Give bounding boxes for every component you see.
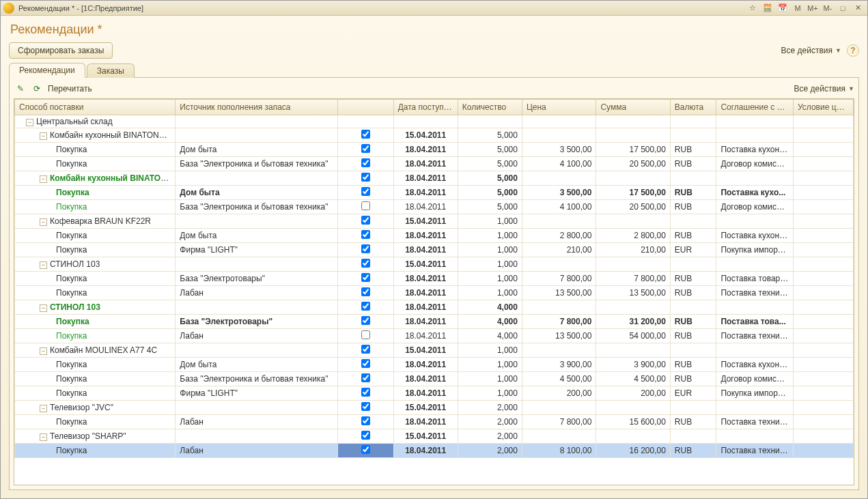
check-cell xyxy=(337,272,393,286)
table-row[interactable]: ПокупкаБаза "Электроника и бытовая техни… xyxy=(15,200,854,214)
row-checkbox[interactable] xyxy=(361,144,370,153)
table-row[interactable]: ПокупкаЛабан18.04.20112,0007 800,0015 60… xyxy=(15,415,854,429)
row-checkbox[interactable] xyxy=(361,431,370,440)
check-cell xyxy=(337,372,393,386)
table-row[interactable]: −Кофеварка BRAUN KF22R15.04.20111,000 xyxy=(15,214,854,229)
tree-collapse-icon[interactable]: − xyxy=(40,132,47,140)
grid[interactable]: Способ поставки Источник пополнения запа… xyxy=(14,98,854,485)
condition-cell xyxy=(793,401,853,415)
delivery-text: Покупка xyxy=(56,288,87,298)
row-checkbox[interactable] xyxy=(361,259,370,268)
table-row[interactable]: −СТИНОЛ 10318.04.20114,000 xyxy=(15,300,854,315)
tool-m-icon[interactable]: M xyxy=(791,3,804,14)
row-checkbox[interactable] xyxy=(361,388,370,397)
table-row[interactable]: ПокупкаБаза "Электроника и бытовая техни… xyxy=(15,157,854,171)
tree-collapse-icon[interactable]: − xyxy=(40,405,47,412)
check-cell xyxy=(337,329,393,343)
row-checkbox[interactable] xyxy=(361,330,370,339)
table-row[interactable]: −Комбайн кухонный BINATONE FP 6715.04.20… xyxy=(15,128,854,143)
table-row[interactable]: ПокупкаФирма "LIGHT"18.04.20111,000210,0… xyxy=(15,243,854,257)
sum-cell: 20 500,00 xyxy=(596,200,670,214)
row-checkbox[interactable] xyxy=(361,402,370,411)
table-row[interactable]: ПокупкаЛабан18.04.20114,00013 500,0054 0… xyxy=(15,329,854,343)
panel-all-actions-button[interactable]: Все действия ▼ xyxy=(794,84,854,94)
row-checkbox[interactable] xyxy=(361,244,370,253)
table-row[interactable]: −Комбайн MOULINEX A77 4C15.04.20111,000 xyxy=(15,343,854,358)
table-row[interactable]: ПокупкаБаза "Электротовары"18.04.20111,0… xyxy=(15,272,854,286)
col-date[interactable]: Дата поступл... xyxy=(393,100,458,115)
col-pricecond[interactable]: Условие цен... xyxy=(793,100,853,115)
table-row[interactable]: ПокупкаДом быта18.04.20111,0003 900,003 … xyxy=(15,358,854,372)
row-checkbox[interactable] xyxy=(361,302,370,311)
agreement-cell: Поставка техники... xyxy=(716,415,794,429)
row-checkbox[interactable] xyxy=(361,287,370,296)
table-row[interactable]: ПокупкаЛабан18.04.20111,00013 500,0013 5… xyxy=(15,286,854,300)
refresh-icon[interactable]: ⟳ xyxy=(30,82,44,96)
delivery-text: Покупка xyxy=(56,388,87,398)
agreement-cell: Договор комиссии xyxy=(716,372,794,386)
table-row[interactable]: −СТИНОЛ 10315.04.20111,000 xyxy=(15,257,854,272)
table-row[interactable]: −Телевизор "JVC"15.04.20112,000 xyxy=(15,401,854,415)
table-row[interactable]: ПокупкаБаза "Электроника и бытовая техни… xyxy=(15,372,854,386)
tree-collapse-icon[interactable]: − xyxy=(40,347,47,355)
tool-mplus-icon[interactable]: M+ xyxy=(806,3,820,14)
sum-cell: 7 800,00 xyxy=(596,272,670,286)
qty-cell: 2,000 xyxy=(458,415,522,429)
currency-cell: RUB xyxy=(670,286,716,300)
table-row[interactable]: ПокупкаДом быта18.04.20115,0003 500,0017… xyxy=(15,186,854,200)
table-row[interactable]: −Центральный склад xyxy=(15,115,854,128)
tool-close-icon[interactable]: ✕ xyxy=(851,3,865,14)
generate-orders-button[interactable]: Сформировать заказы xyxy=(9,42,113,59)
tree-collapse-icon[interactable]: − xyxy=(40,175,47,183)
table-row[interactable]: ПокупкаЛабан18.04.20112,0008 100,0016 20… xyxy=(15,444,854,458)
tool-calc-icon[interactable]: 🧮 xyxy=(761,3,774,14)
tree-collapse-icon[interactable]: − xyxy=(26,119,33,126)
table-row[interactable]: ПокупкаФирма "LIGHT"18.04.20111,000200,0… xyxy=(15,386,854,401)
tree-collapse-icon[interactable]: − xyxy=(40,304,47,312)
edit-icon[interactable]: ✎ xyxy=(14,82,27,96)
col-source[interactable]: Источник пополнения запаса xyxy=(176,100,337,115)
tab-recommendations[interactable]: Рекомендации xyxy=(9,63,85,78)
tool-maximize-icon[interactable]: □ xyxy=(836,3,850,14)
table-row[interactable]: −Комбайн кухонный BINATON...18.04.20115,… xyxy=(15,171,854,186)
condition-cell xyxy=(793,429,853,444)
table-row[interactable]: ПокупкаДом быта18.04.20111,0002 800,002 … xyxy=(15,229,854,243)
tree-collapse-icon[interactable]: − xyxy=(40,218,47,226)
reread-button[interactable]: Перечитать xyxy=(48,84,92,94)
col-currency[interactable]: Валюта xyxy=(670,100,716,115)
tab-orders[interactable]: Заказы xyxy=(87,63,135,78)
table-row[interactable]: ПокупкаДом быта18.04.20115,0003 500,0017… xyxy=(15,143,854,157)
window-title: Рекомендации * - [1С:Предприятие] xyxy=(18,4,744,12)
col-check[interactable] xyxy=(337,100,393,115)
row-checkbox[interactable] xyxy=(361,316,370,325)
all-actions-button[interactable]: Все действия ▼ xyxy=(781,46,841,55)
currency-cell: EUR xyxy=(670,243,716,257)
row-checkbox[interactable] xyxy=(361,230,370,239)
row-checkbox[interactable] xyxy=(361,173,370,182)
row-checkbox[interactable] xyxy=(361,416,370,425)
row-checkbox[interactable] xyxy=(361,216,370,225)
row-checkbox[interactable] xyxy=(361,273,370,282)
row-checkbox[interactable] xyxy=(361,345,370,354)
table-row[interactable]: −Телевизор "SHARP"15.04.20112,000 xyxy=(15,429,854,444)
condition-cell xyxy=(793,286,853,300)
tool-favorite-icon[interactable]: ☆ xyxy=(746,3,759,14)
col-qty[interactable]: Количество xyxy=(458,100,522,115)
tool-mminus-icon[interactable]: M- xyxy=(821,3,835,14)
tree-collapse-icon[interactable]: − xyxy=(40,433,47,441)
row-checkbox[interactable] xyxy=(361,445,370,454)
col-agreement[interactable]: Соглашение с пос... xyxy=(716,100,794,115)
row-checkbox[interactable] xyxy=(361,201,370,210)
tree-collapse-icon[interactable]: − xyxy=(40,261,47,269)
help-button[interactable]: ? xyxy=(847,44,859,57)
table-row[interactable]: ПокупкаБаза "Электротовары"18.04.20114,0… xyxy=(15,315,854,329)
row-checkbox[interactable] xyxy=(361,130,370,139)
row-checkbox[interactable] xyxy=(361,187,370,196)
tool-calendar-icon[interactable]: 📅 xyxy=(776,3,789,14)
col-price[interactable]: Цена xyxy=(522,100,596,115)
row-checkbox[interactable] xyxy=(361,373,370,382)
row-checkbox[interactable] xyxy=(361,359,370,368)
row-checkbox[interactable] xyxy=(361,158,370,167)
col-sum[interactable]: Сумма xyxy=(596,100,670,115)
col-delivery[interactable]: Способ поставки xyxy=(15,100,176,115)
